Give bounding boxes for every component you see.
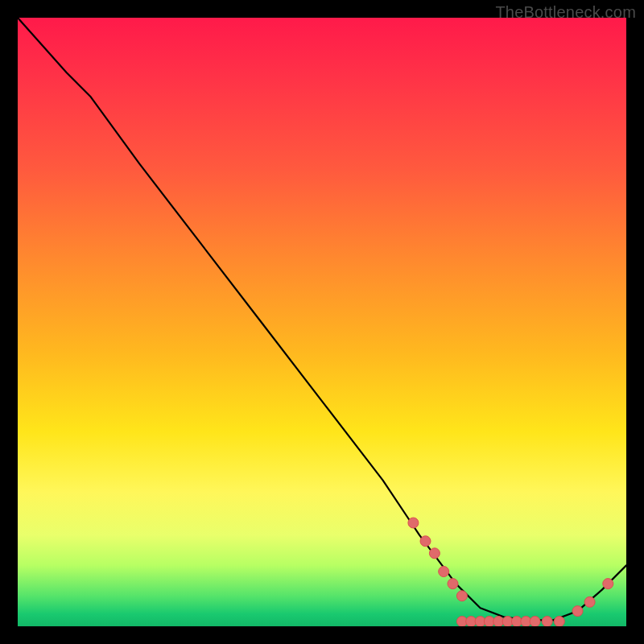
curve-marker [448,579,458,589]
curve-marker [554,617,564,627]
chart-svg [18,18,626,626]
curve-marker [456,591,467,601]
curve-markers [408,518,613,626]
curve-marker [572,606,583,617]
curve-marker [530,617,540,627]
curve-marker [584,597,595,607]
curve-marker [429,548,440,559]
plot-area [18,18,626,626]
curve-marker [603,579,613,589]
curve-marker [408,518,419,528]
curve-marker [439,567,449,577]
chart-frame: TheBottleneck.com [0,0,644,644]
bottleneck-curve [18,18,626,620]
curve-marker [542,617,552,627]
watermark-text: TheBottleneck.com [495,3,636,22]
curve-marker [420,536,431,547]
